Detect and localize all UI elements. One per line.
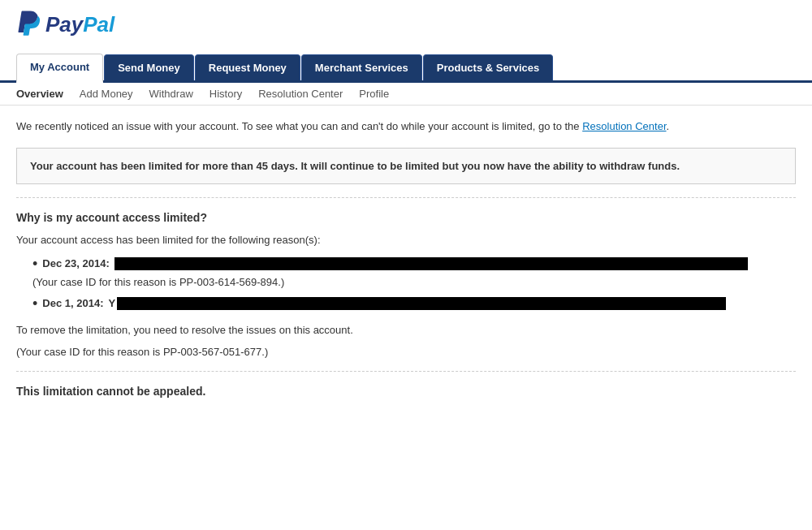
nav-products-services[interactable]: Products & Services — [423, 54, 553, 80]
subnav-profile[interactable]: Profile — [359, 88, 389, 100]
redacted-bar-1 — [114, 257, 748, 270]
nav-merchant-services[interactable]: Merchant Services — [301, 54, 422, 80]
subnav-resolution-center[interactable]: Resolution Center — [258, 88, 343, 100]
logo-text: Pay Pal — [45, 12, 114, 37]
reason-item-1: • Dec 23, 2014: — [32, 256, 796, 271]
subnav-overview[interactable]: Overview — [16, 88, 63, 100]
nav-my-account[interactable]: My Account — [16, 54, 103, 83]
notice-text-after: . — [667, 120, 670, 132]
case-id-1: (Your case ID for this reason is PP-003-… — [32, 276, 796, 288]
intro-text: Your account access has been limited for… — [16, 232, 796, 248]
bullet-1: • — [32, 256, 37, 271]
reason-date-2: Dec 1, 2014: — [42, 297, 103, 309]
reason-item-2: • Dec 1, 2014: Y — [32, 296, 796, 311]
section-heading-why-limited: Why is my account access limited? — [16, 211, 796, 224]
nav-send-money[interactable]: Send Money — [104, 54, 194, 80]
subnav-history[interactable]: History — [209, 88, 242, 100]
resolution-center-link[interactable]: Resolution Center — [582, 120, 666, 132]
divider-2 — [16, 371, 796, 372]
header: Pay Pal — [0, 0, 812, 54]
case-id-second: (Your case ID for this reason is PP-003-… — [16, 346, 796, 358]
nav-request-money[interactable]: Request Money — [195, 54, 300, 80]
primary-nav: My Account Send Money Request Money Merc… — [0, 54, 812, 83]
logo-pay: Pay — [45, 12, 83, 37]
redacted-bar-2 — [117, 297, 726, 310]
alert-text: Your account has been limited for more t… — [30, 160, 680, 172]
reason-prefix-2: Y — [108, 297, 115, 309]
logo: Pay Pal — [16, 10, 796, 39]
limitation-cannot-appealed: This limitation cannot be appealed. — [16, 385, 796, 398]
notice-text-before: We recently noticed an issue with your a… — [16, 120, 582, 132]
main-content: We recently noticed an issue with your a… — [0, 106, 812, 411]
logo-pal: Pal — [83, 12, 114, 37]
bullet-2: • — [32, 296, 37, 311]
secondary-nav: Overview Add Money Withdraw History Reso… — [0, 83, 812, 106]
subnav-withdraw[interactable]: Withdraw — [149, 88, 193, 100]
reason-date-1: Dec 23, 2014: — [42, 257, 109, 269]
paypal-logo-icon — [16, 10, 41, 39]
notice-paragraph: We recently noticed an issue with your a… — [16, 118, 796, 135]
alert-box: Your account has been limited for more t… — [16, 148, 796, 185]
divider-1 — [16, 197, 796, 198]
subnav-add-money[interactable]: Add Money — [80, 88, 133, 100]
remove-limitation-text: To remove the limitation, you need to re… — [16, 322, 796, 338]
